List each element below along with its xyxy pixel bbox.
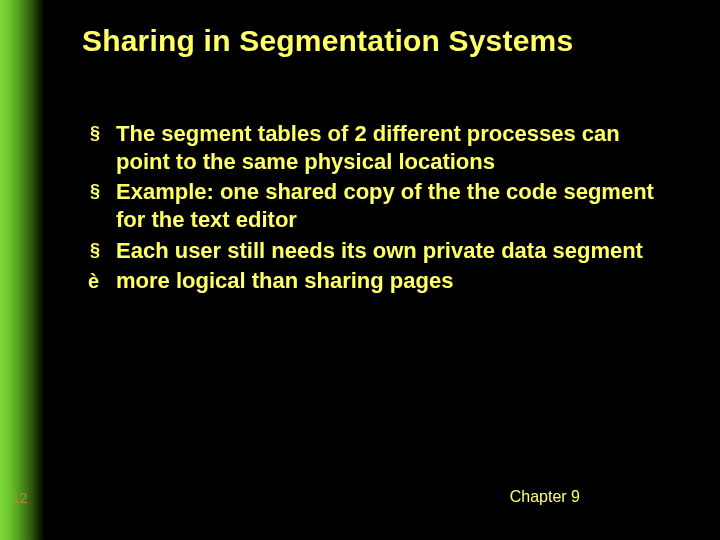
slide-body: § The segment tables of 2 different proc… — [88, 120, 658, 297]
bullet-marker-icon: § — [88, 120, 116, 147]
bullet-text: more logical than sharing pages — [116, 267, 658, 295]
left-gradient-decoration — [0, 0, 44, 540]
chapter-label: Chapter 9 — [510, 488, 580, 506]
bullet-item: è more logical than sharing pages — [88, 267, 658, 295]
slide-title: Sharing in Segmentation Systems — [82, 24, 682, 58]
arrow-marker-icon: è — [88, 267, 116, 295]
bullet-marker-icon: § — [88, 178, 116, 205]
page-number: 12 — [12, 490, 28, 506]
bullet-item: § The segment tables of 2 different proc… — [88, 120, 658, 176]
bullet-item: § Each user still needs its own private … — [88, 237, 658, 265]
bullet-item: § Example: one shared copy of the the co… — [88, 178, 658, 234]
bullet-text: Example: one shared copy of the the code… — [116, 178, 658, 234]
bullet-text: The segment tables of 2 different proces… — [116, 120, 658, 176]
bullet-text: Each user still needs its own private da… — [116, 237, 658, 265]
title-area: Sharing in Segmentation Systems — [82, 24, 682, 58]
bullet-marker-icon: § — [88, 237, 116, 264]
